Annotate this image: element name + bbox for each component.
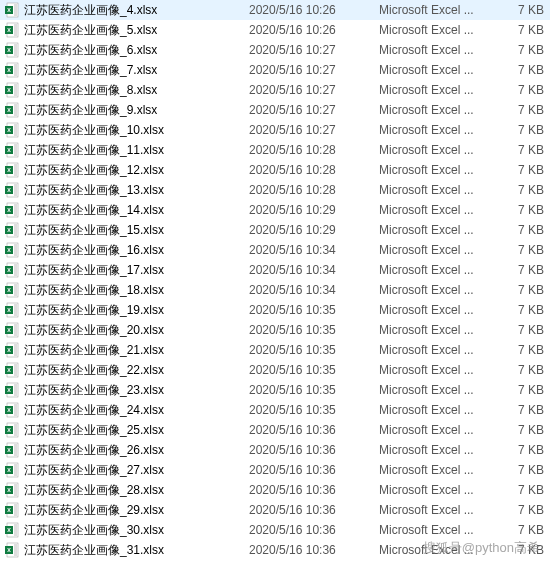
- excel-file-icon: [4, 202, 20, 218]
- file-type: Microsoft Excel ...: [379, 163, 499, 177]
- file-row[interactable]: 江苏医药企业画像_19.xlsx2020/5/16 10:35Microsoft…: [0, 300, 550, 320]
- file-date: 2020/5/16 10:36: [249, 523, 379, 537]
- file-row[interactable]: 江苏医药企业画像_17.xlsx2020/5/16 10:34Microsoft…: [0, 260, 550, 280]
- file-type: Microsoft Excel ...: [379, 303, 499, 317]
- file-date: 2020/5/16 10:27: [249, 63, 379, 77]
- file-date: 2020/5/16 10:28: [249, 163, 379, 177]
- file-name: 江苏医药企业画像_30.xlsx: [24, 522, 249, 539]
- excel-file-icon: [4, 502, 20, 518]
- file-size: 7 KB: [499, 43, 544, 57]
- file-date: 2020/5/16 10:29: [249, 203, 379, 217]
- file-name: 江苏医药企业画像_12.xlsx: [24, 162, 249, 179]
- file-date: 2020/5/16 10:35: [249, 403, 379, 417]
- excel-file-icon: [4, 282, 20, 298]
- file-row[interactable]: 江苏医药企业画像_9.xlsx2020/5/16 10:27Microsoft …: [0, 100, 550, 120]
- file-row[interactable]: 江苏医药企业画像_20.xlsx2020/5/16 10:35Microsoft…: [0, 320, 550, 340]
- file-name: 江苏医药企业画像_13.xlsx: [24, 182, 249, 199]
- excel-file-icon: [4, 182, 20, 198]
- file-name: 江苏医药企业画像_29.xlsx: [24, 502, 249, 519]
- file-name: 江苏医药企业画像_25.xlsx: [24, 422, 249, 439]
- excel-file-icon: [4, 522, 20, 538]
- file-row[interactable]: 江苏医药企业画像_10.xlsx2020/5/16 10:27Microsoft…: [0, 120, 550, 140]
- file-name: 江苏医药企业画像_7.xlsx: [24, 62, 249, 79]
- file-row[interactable]: 江苏医药企业画像_31.xlsx2020/5/16 10:36Microsoft…: [0, 540, 550, 560]
- file-type: Microsoft Excel ...: [379, 423, 499, 437]
- file-name: 江苏医药企业画像_17.xlsx: [24, 262, 249, 279]
- file-size: 7 KB: [499, 403, 544, 417]
- file-row[interactable]: 江苏医药企业画像_21.xlsx2020/5/16 10:35Microsoft…: [0, 340, 550, 360]
- file-name: 江苏医药企业画像_20.xlsx: [24, 322, 249, 339]
- file-type: Microsoft Excel ...: [379, 463, 499, 477]
- file-type: Microsoft Excel ...: [379, 543, 499, 557]
- file-date: 2020/5/16 10:27: [249, 83, 379, 97]
- file-type: Microsoft Excel ...: [379, 323, 499, 337]
- file-date: 2020/5/16 10:27: [249, 103, 379, 117]
- file-size: 7 KB: [499, 463, 544, 477]
- file-date: 2020/5/16 10:34: [249, 283, 379, 297]
- file-date: 2020/5/16 10:35: [249, 383, 379, 397]
- file-row[interactable]: 江苏医药企业画像_16.xlsx2020/5/16 10:34Microsoft…: [0, 240, 550, 260]
- file-type: Microsoft Excel ...: [379, 63, 499, 77]
- excel-file-icon: [4, 342, 20, 358]
- file-name: 江苏医药企业画像_22.xlsx: [24, 362, 249, 379]
- file-type: Microsoft Excel ...: [379, 443, 499, 457]
- file-type: Microsoft Excel ...: [379, 83, 499, 97]
- file-size: 7 KB: [499, 63, 544, 77]
- file-size: 7 KB: [499, 263, 544, 277]
- excel-file-icon: [4, 122, 20, 138]
- file-row[interactable]: 江苏医药企业画像_26.xlsx2020/5/16 10:36Microsoft…: [0, 440, 550, 460]
- file-size: 7 KB: [499, 383, 544, 397]
- excel-file-icon: [4, 82, 20, 98]
- file-row[interactable]: 江苏医药企业画像_15.xlsx2020/5/16 10:29Microsoft…: [0, 220, 550, 240]
- file-row[interactable]: 江苏医药企业画像_11.xlsx2020/5/16 10:28Microsoft…: [0, 140, 550, 160]
- file-row[interactable]: 江苏医药企业画像_28.xlsx2020/5/16 10:36Microsoft…: [0, 480, 550, 500]
- file-type: Microsoft Excel ...: [379, 123, 499, 137]
- file-name: 江苏医药企业画像_19.xlsx: [24, 302, 249, 319]
- file-date: 2020/5/16 10:35: [249, 303, 379, 317]
- excel-file-icon: [4, 62, 20, 78]
- excel-file-icon: [4, 322, 20, 338]
- file-name: 江苏医药企业画像_5.xlsx: [24, 22, 249, 39]
- file-row[interactable]: 江苏医药企业画像_25.xlsx2020/5/16 10:36Microsoft…: [0, 420, 550, 440]
- file-row[interactable]: 江苏医药企业画像_23.xlsx2020/5/16 10:35Microsoft…: [0, 380, 550, 400]
- excel-file-icon: [4, 2, 20, 18]
- file-row[interactable]: 江苏医药企业画像_18.xlsx2020/5/16 10:34Microsoft…: [0, 280, 550, 300]
- file-type: Microsoft Excel ...: [379, 403, 499, 417]
- file-row[interactable]: 江苏医药企业画像_13.xlsx2020/5/16 10:28Microsoft…: [0, 180, 550, 200]
- excel-file-icon: [4, 262, 20, 278]
- file-row[interactable]: 江苏医药企业画像_12.xlsx2020/5/16 10:28Microsoft…: [0, 160, 550, 180]
- file-date: 2020/5/16 10:36: [249, 543, 379, 557]
- excel-file-icon: [4, 102, 20, 118]
- file-name: 江苏医药企业画像_26.xlsx: [24, 442, 249, 459]
- file-row[interactable]: 江苏医药企业画像_22.xlsx2020/5/16 10:35Microsoft…: [0, 360, 550, 380]
- excel-file-icon: [4, 382, 20, 398]
- file-type: Microsoft Excel ...: [379, 283, 499, 297]
- file-row[interactable]: 江苏医药企业画像_30.xlsx2020/5/16 10:36Microsoft…: [0, 520, 550, 540]
- file-row[interactable]: 江苏医药企业画像_6.xlsx2020/5/16 10:27Microsoft …: [0, 40, 550, 60]
- file-date: 2020/5/16 10:27: [249, 43, 379, 57]
- file-type: Microsoft Excel ...: [379, 183, 499, 197]
- file-type: Microsoft Excel ...: [379, 103, 499, 117]
- file-row[interactable]: 江苏医药企业画像_5.xlsx2020/5/16 10:26Microsoft …: [0, 20, 550, 40]
- file-name: 江苏医药企业画像_21.xlsx: [24, 342, 249, 359]
- file-name: 江苏医药企业画像_16.xlsx: [24, 242, 249, 259]
- file-date: 2020/5/16 10:34: [249, 243, 379, 257]
- file-type: Microsoft Excel ...: [379, 263, 499, 277]
- file-row[interactable]: 江苏医药企业画像_7.xlsx2020/5/16 10:27Microsoft …: [0, 60, 550, 80]
- excel-file-icon: [4, 462, 20, 478]
- file-row[interactable]: 江苏医药企业画像_8.xlsx2020/5/16 10:27Microsoft …: [0, 80, 550, 100]
- file-row[interactable]: 江苏医药企业画像_29.xlsx2020/5/16 10:36Microsoft…: [0, 500, 550, 520]
- file-type: Microsoft Excel ...: [379, 483, 499, 497]
- file-name: 江苏医药企业画像_14.xlsx: [24, 202, 249, 219]
- file-name: 江苏医药企业画像_11.xlsx: [24, 142, 249, 159]
- file-type: Microsoft Excel ...: [379, 383, 499, 397]
- file-type: Microsoft Excel ...: [379, 143, 499, 157]
- file-size: 7 KB: [499, 363, 544, 377]
- file-type: Microsoft Excel ...: [379, 23, 499, 37]
- file-row[interactable]: 江苏医药企业画像_14.xlsx2020/5/16 10:29Microsoft…: [0, 200, 550, 220]
- file-name: 江苏医药企业画像_8.xlsx: [24, 82, 249, 99]
- file-row[interactable]: 江苏医药企业画像_24.xlsx2020/5/16 10:35Microsoft…: [0, 400, 550, 420]
- file-row[interactable]: 江苏医药企业画像_4.xlsx2020/5/16 10:26Microsoft …: [0, 0, 550, 20]
- file-name: 江苏医药企业画像_6.xlsx: [24, 42, 249, 59]
- file-row[interactable]: 江苏医药企业画像_27.xlsx2020/5/16 10:36Microsoft…: [0, 460, 550, 480]
